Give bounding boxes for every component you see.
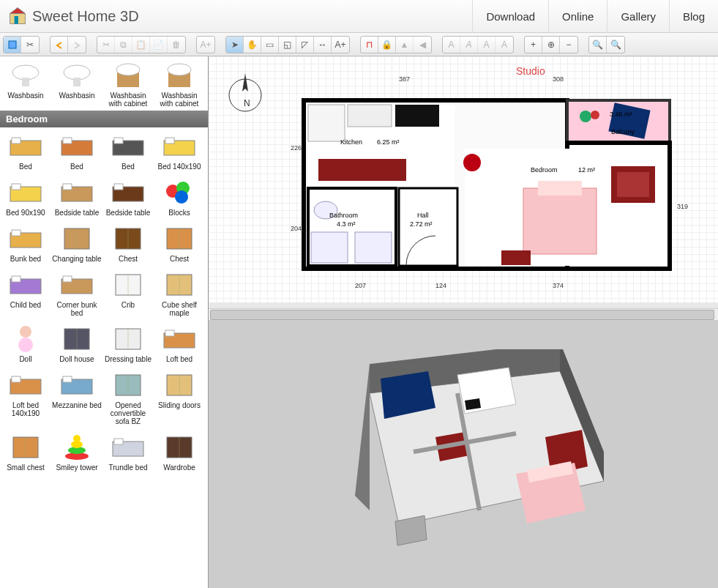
catalog-item[interactable]: Bed 140x190 — [154, 127, 205, 174]
catalog-item-label: Bed — [52, 163, 102, 171]
catalog-item[interactable]: Cube shelf maple — [154, 266, 205, 320]
paste-button[interactable]: 📋 — [132, 37, 150, 53]
flip-h-button[interactable]: ▲ — [396, 37, 414, 53]
catalog-item-label: Corner bunk bed — [52, 301, 102, 317]
floorplan[interactable]: Kitchen6.25 m² Bathroom4.3 m² Hall2.72 m… — [296, 86, 677, 276]
catalog-item[interactable]: Bed — [0, 127, 51, 174]
add-furniture-button[interactable]: A+ — [197, 37, 214, 53]
svg-rect-93 — [501, 250, 531, 265]
svg-point-28 — [175, 190, 188, 204]
catalog-item[interactable]: Bedside table — [102, 174, 154, 220]
copy-button[interactable]: ⧉ — [115, 37, 132, 53]
catalog-item[interactable]: Chest — [154, 220, 205, 266]
svg-rect-56 — [63, 376, 72, 382]
catalog-item[interactable]: Corner bunk bed — [51, 266, 102, 320]
polyline-tool-button[interactable]: ◸ — [296, 37, 314, 53]
catalog-item[interactable]: Washbasin — [51, 56, 102, 111]
nav-blog[interactable]: Blog — [669, 0, 718, 33]
catalog-item[interactable]: Washbasin — [0, 56, 51, 111]
paste2-button[interactable]: 📄 — [150, 37, 168, 53]
catalog-item-label: Washbasin with cabinet — [154, 92, 204, 108]
magnify-out-button[interactable]: 🔍 — [607, 37, 624, 53]
catalog-item-label: Washbasin — [52, 92, 102, 100]
catalog-item[interactable]: Bed — [102, 127, 154, 174]
catalog-item[interactable]: Doll house — [51, 320, 102, 366]
plan-scrollbar[interactable] — [209, 308, 718, 320]
furniture-thumb-icon — [108, 368, 149, 400]
svg-rect-38 — [12, 276, 20, 282]
furniture-thumb-icon — [5, 129, 46, 161]
add-level-button[interactable]: ⊕ — [542, 37, 560, 53]
catalog-item-label: Opened convertible sofa BZ — [103, 401, 153, 425]
zoom-in-button[interactable]: + — [525, 37, 542, 53]
undo-button[interactable] — [51, 37, 68, 53]
redo-button[interactable] — [68, 37, 86, 53]
lock-button[interactable]: 🔒 — [378, 37, 396, 53]
catalog-item[interactable]: Smiley tower — [51, 428, 102, 475]
catalog-item[interactable]: Small chest — [0, 428, 51, 475]
magnetism-button[interactable]: ⊓ — [361, 37, 378, 53]
nav-download[interactable]: Download — [472, 0, 548, 33]
catalog-item[interactable]: Sliding doors — [154, 366, 205, 428]
svg-point-45 — [20, 326, 31, 338]
furniture-thumb-icon — [56, 129, 97, 161]
catalog-item[interactable]: Doll — [0, 320, 51, 366]
catalog-item[interactable]: Washbasin with cabinet — [102, 56, 154, 111]
furniture-thumb-icon — [159, 175, 200, 207]
svg-rect-84 — [311, 232, 348, 263]
catalog-item[interactable]: Crib — [102, 266, 154, 320]
dimension-tool-button[interactable]: ↔ — [314, 37, 332, 53]
room-tool-button[interactable]: ◱ — [279, 37, 296, 53]
dim-left1: 226 — [291, 144, 302, 152]
catalog-item[interactable]: Chest — [102, 220, 154, 266]
svg-rect-7 — [73, 78, 81, 86]
furniture-thumb-icon — [108, 430, 149, 462]
category-header-bedroom[interactable]: Bedroom — [0, 111, 208, 127]
catalog-item[interactable]: Washbasin with cabinet — [154, 56, 205, 111]
catalog-item[interactable]: Bed — [51, 127, 102, 174]
furniture-catalog[interactable]: WashbasinWashbasinWashbasin with cabinet… — [0, 56, 209, 588]
catalog-item[interactable]: Mezzanine bed — [51, 366, 102, 428]
catalog-item[interactable]: Trundle bed — [102, 428, 154, 475]
nav-gallery[interactable]: Gallery — [607, 0, 669, 33]
svg-point-96 — [591, 111, 599, 119]
delete-button[interactable]: 🗑 — [168, 37, 185, 53]
cut-button[interactable]: ✂ — [97, 37, 115, 53]
catalog-item[interactable]: Loft bed 140x190 — [0, 366, 51, 428]
pan-tool-button[interactable]: ✋ — [244, 37, 261, 53]
catalog-item-label: Small chest — [1, 464, 51, 472]
catalog-item-label: Bedside table — [52, 209, 102, 217]
decrease-button[interactable]: A — [496, 37, 513, 53]
view-3d[interactable] — [209, 320, 718, 588]
new-button[interactable] — [4, 37, 21, 53]
catalog-item[interactable]: Opened convertible sofa BZ — [102, 366, 154, 428]
catalog-item[interactable]: Blocks — [154, 174, 205, 220]
nav-online[interactable]: Online — [548, 0, 607, 33]
bold-button[interactable]: A — [443, 37, 460, 53]
svg-text:12 m²: 12 m² — [578, 166, 595, 174]
catalog-item[interactable]: Bunk bed — [0, 220, 51, 266]
flip-v-button[interactable]: ◀ — [414, 37, 431, 53]
wall-tool-button[interactable]: ▭ — [261, 37, 279, 53]
cut-icon[interactable]: ✂ — [21, 37, 39, 53]
svg-rect-3 — [9, 41, 16, 48]
catalog-item-label: Chest — [154, 255, 204, 263]
catalog-item[interactable]: Child bed — [0, 266, 51, 320]
catalog-item[interactable]: Bed 90x190 — [0, 174, 51, 220]
plan-2d-view[interactable]: N Studio — [209, 56, 718, 308]
svg-rect-21 — [12, 184, 20, 190]
catalog-item-label: Loft bed 140x190 — [1, 401, 51, 417]
italic-button[interactable]: A — [460, 37, 478, 53]
increase-button[interactable]: A — [478, 37, 496, 53]
catalog-item[interactable]: Wardrobe — [154, 428, 205, 475]
catalog-item[interactable]: Dressing table — [102, 320, 154, 366]
furniture-thumb-icon — [5, 430, 46, 462]
magnify-in-button[interactable]: 🔍 — [589, 37, 607, 53]
catalog-item[interactable]: Changing table — [51, 220, 102, 266]
catalog-item[interactable]: Bedside table — [51, 174, 102, 220]
catalog-item[interactable]: Loft bed — [154, 320, 205, 366]
text-tool-button[interactable]: A+ — [332, 37, 349, 53]
furniture-thumb-icon — [5, 175, 46, 207]
select-tool-button[interactable]: ➤ — [226, 37, 244, 53]
zoom-out-button[interactable]: − — [560, 37, 577, 53]
